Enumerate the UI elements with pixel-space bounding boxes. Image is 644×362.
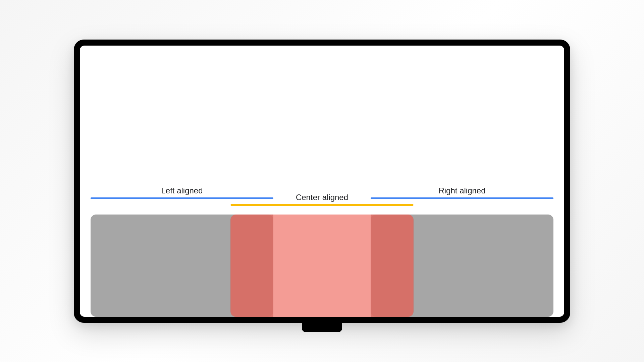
cards-row bbox=[91, 215, 553, 317]
indicator-line-center bbox=[231, 204, 414, 206]
alignment-diagram: Left aligned Center aligned Right aligne… bbox=[91, 186, 553, 317]
overlap-region-right bbox=[371, 215, 414, 317]
label-right-aligned: Right aligned bbox=[371, 186, 553, 195]
indicator-line-right bbox=[371, 197, 553, 199]
tv-frame: Left aligned Center aligned Right aligne… bbox=[74, 40, 570, 323]
labels-row: Left aligned Center aligned Right aligne… bbox=[91, 186, 553, 211]
overlap-region-left bbox=[230, 215, 273, 317]
tv-screen: Left aligned Center aligned Right aligne… bbox=[80, 46, 564, 317]
label-group-right: Right aligned bbox=[371, 186, 553, 199]
tv-stand bbox=[302, 323, 342, 332]
